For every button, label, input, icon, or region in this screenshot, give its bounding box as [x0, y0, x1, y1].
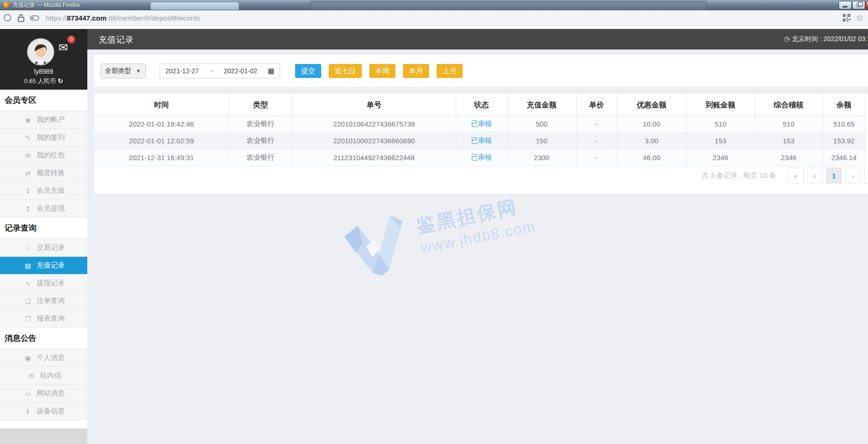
deposit-card-icon: ▤ [23, 262, 33, 269]
qr-code-icon[interactable] [843, 14, 850, 21]
content-area: 全部类型▼ 2021-12-27 ~ 2022-01-02 ▦ 提交 近七日 本… [87, 49, 868, 444]
col-audit: 综合稽核 [755, 96, 823, 115]
type-select[interactable]: 全部类型▼ [100, 63, 146, 78]
sidebar-item-my-checkin[interactable]: ✎我的签到 [0, 129, 87, 147]
message-count-badge: 0 [67, 35, 75, 43]
refresh-balance-icon[interactable]: ↻ [58, 77, 64, 85]
cell-unit-price: - [576, 115, 617, 132]
cell-balance: 153.92 [823, 132, 865, 149]
date-start-value[interactable]: 2021-12-27 [165, 67, 199, 75]
sidebar-item-label: 我的红包 [37, 151, 65, 160]
sidebar-item-deposit-records[interactable]: ▤充值记录 [0, 257, 87, 275]
lock-icon[interactable] [18, 14, 24, 22]
status-link[interactable]: 已审核 [471, 136, 492, 144]
date-range-input[interactable]: 2021-12-27 ~ 2022-01-02 ▦ [160, 63, 280, 78]
sidebar-item-my-account[interactable]: ◉我的帐户 [0, 111, 87, 129]
col-balance: 余额 [823, 96, 865, 115]
user-circle-icon: ◉ [23, 116, 33, 124]
pagination-last-button[interactable]: » [864, 168, 868, 183]
cell-discount-amount: 46.00 [617, 149, 686, 166]
pagination-page-1-button[interactable]: 1 [826, 168, 842, 183]
page-action-circle-icon[interactable] [4, 14, 11, 21]
sidebar-item-label: 交易记录 [37, 243, 65, 252]
pagination-next-button[interactable]: › [845, 168, 861, 183]
close-button[interactable] [866, 1, 868, 9]
this-month-button[interactable]: 本月 [403, 64, 429, 78]
minimize-button[interactable] [839, 1, 852, 9]
restore-button[interactable] [852, 1, 865, 9]
last-month-button[interactable]: 上月 [437, 64, 463, 78]
profile-panel: ✉ 0 ly8989 0.65 人民币↻ [0, 29, 87, 90]
cell-time: 2021-12-31 16:49:31 [94, 149, 229, 166]
section-title-message-notice: 消息公告 [0, 328, 87, 349]
deposit-records-table: 时间 类型 单号 状态 充值金额 单价 优惠金额 到账金额 综合稽核 余额 20 [94, 96, 866, 166]
submit-button[interactable]: 提交 [295, 64, 321, 78]
sidebar-item-transaction-records[interactable]: ⌂交易记录 [0, 239, 87, 257]
balance-value: 0.65 人民币 [24, 78, 56, 85]
sidebar-item-site-mail[interactable]: ✉站内信 [0, 367, 87, 385]
browser-urlbar[interactable]: https://873447.com:66/member/#/depositRe… [0, 10, 868, 26]
background-window-fragment [150, 2, 239, 10]
sidebar-item-quota-transfer[interactable]: ⇄额度转换 [0, 164, 87, 182]
sidebar-item-website-message[interactable]: ▭网站消息 [0, 385, 87, 402]
sidebar-item-report-query[interactable]: ❐报表查询 [0, 310, 87, 328]
cell-order-number: 211231044927436622448 [292, 149, 456, 166]
col-order-number: 单号 [292, 96, 456, 115]
message-envelope-icon[interactable]: ✉ [58, 41, 68, 54]
type-select-value: 全部类型 [105, 67, 131, 75]
username: ly8989 [0, 68, 87, 75]
cell-unit-price: - [576, 149, 617, 166]
this-week-button[interactable]: 本周 [369, 64, 395, 78]
table-row: 2021-12-31 16:49:31 农业银行 211231044927436… [94, 149, 865, 166]
page-header: 充值记录 ◷北京时间 : 2022/01/02 03: [87, 29, 868, 49]
avatar[interactable] [27, 38, 54, 65]
col-arrival-amount: 到账金额 [686, 96, 755, 115]
sidebar-item-label: 额度转换 [37, 169, 65, 177]
window-titlebar: 充值记录 — Mozilla Firefox [0, 0, 868, 10]
sidebar-item-bet-query[interactable]: ❏注单查询 [0, 292, 87, 310]
info-icon: ℹ [23, 408, 33, 415]
firefox-icon [3, 2, 9, 8]
sidebar-item-member-withdraw[interactable]: ↥会员提现 [0, 200, 87, 218]
cell-discount-amount: 10.00 [617, 115, 686, 132]
pagination-prev-button[interactable]: ‹ [807, 168, 823, 183]
sidebar-item-label: 会员充值 [37, 186, 65, 195]
sidebar-item-label: 站内信 [40, 371, 61, 380]
calendar-icon[interactable]: ▦ [268, 67, 275, 75]
date-end-value[interactable]: 2022-01-02 [224, 67, 257, 75]
status-link[interactable]: 已审核 [471, 120, 492, 127]
url-text[interactable]: https://873447.com:66/member/#/depositRe… [46, 14, 200, 22]
cell-unit-price: - [576, 132, 617, 149]
pagination-first-button[interactable]: « [788, 168, 804, 183]
cell-arrival-amount: 510 [686, 115, 755, 132]
status-link[interactable]: 已审核 [471, 153, 492, 161]
watermark: 鉴黑担保网 www.jhdb8.com [335, 178, 540, 284]
pencil-icon: ✎ [23, 134, 33, 141]
url-scheme: https:// [46, 14, 67, 22]
sidebar-item-member-deposit[interactable]: ↧会员充值 [0, 182, 87, 200]
permissions-icon[interactable] [30, 15, 39, 21]
window-title: 充值记录 — Mozilla Firefox [13, 1, 80, 9]
sidebar-item-personal-message[interactable]: ▣个人消息 [0, 349, 87, 367]
sidebar: ✉ 0 ly8989 0.65 人民币↻ 会员专区 ◉我的帐户 ✎我的签到 ✉我… [0, 29, 87, 444]
pagination-summary: 共 3 条记录 , 每页 10 条 [702, 171, 776, 180]
last-seven-days-button[interactable]: 近七日 [329, 64, 362, 78]
restore-icon [857, 3, 861, 7]
cell-discount-amount: 3.00 [617, 132, 686, 149]
bookmark-star-icon[interactable]: ☆ [856, 14, 863, 22]
beijing-time-text: 北京时间 : 2022/01/02 03: [792, 35, 867, 42]
sidebar-item-label: 设备信息 [37, 407, 65, 416]
transfer-arrows-icon: ⇄ [23, 169, 33, 177]
download-icon: ↧ [23, 187, 33, 195]
cell-time: 2022-01-01 18:42:46 [94, 115, 229, 132]
upload-icon: ↥ [23, 205, 33, 212]
sidebar-item-device-info[interactable]: ℹ设备信息 [0, 402, 87, 420]
clock-icon: ◷ [784, 35, 790, 42]
sidebar-item-label: 会员提现 [37, 204, 65, 213]
sidebar-item-my-redpacket[interactable]: ✉我的红包 [0, 147, 87, 164]
minimize-icon [843, 6, 847, 7]
web-page: ✉ 0 ly8989 0.65 人民币↻ 会员专区 ◉我的帐户 ✎我的签到 ✉我… [0, 26, 868, 444]
sidebar-item-withdraw-records[interactable]: ∿提现记录 [0, 275, 87, 292]
sidebar-item-label: 报表查询 [37, 314, 65, 323]
watermark-site-url: www.jhdb8.com [419, 218, 537, 257]
